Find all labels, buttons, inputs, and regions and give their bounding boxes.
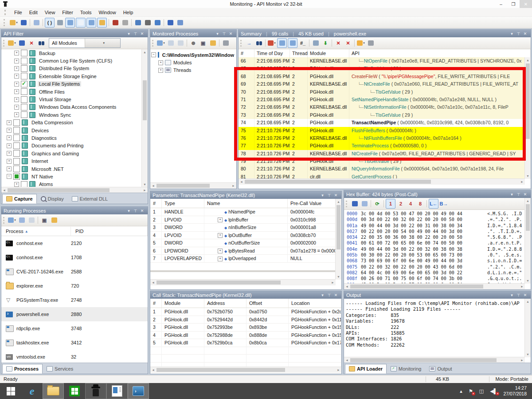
pin-icon[interactable]: ⊥: [515, 192, 522, 197]
checkbox[interactable]: [21, 58, 27, 64]
properties-icon[interactable]: [50, 216, 59, 225]
api-call-row[interactable]: 752:21:10.726 PM2PGHook.dllFlushFileBuff…: [239, 127, 525, 134]
pin-icon[interactable]: ⊥: [221, 32, 227, 36]
pin-icon[interactable]: ⊥: [326, 293, 332, 297]
restore-button[interactable]: ❐: [507, 0, 520, 8]
api-call-row[interactable]: 692:21:08.695 PM2KERNELBASE.dll└─NtCreat…: [239, 80, 525, 88]
process-row[interactable]: powershell.exe2880: [1, 307, 148, 321]
expander-icon[interactable]: +: [14, 97, 19, 102]
filter-tree-item[interactable]: +Devices: [1, 126, 142, 134]
parameter-row[interactable]: 4LPVOID+◆lpOutBuffer0x0308cb70: [150, 232, 336, 240]
window-single-icon[interactable]: [76, 18, 86, 28]
panel-menu-icon[interactable]: ▾: [214, 32, 221, 36]
expander-icon[interactable]: +: [14, 66, 19, 71]
expander-icon[interactable]: +: [14, 182, 19, 187]
close-icon[interactable]: ✕: [227, 32, 234, 36]
stack-frame-row[interactable]: 1PGHook.dll0x752b07500xa0750PGHookFuncti…: [150, 308, 341, 316]
checkbox[interactable]: [13, 158, 20, 165]
hex-row[interactable]: 003422 00 35 00 36 00 38 00 22 00 20 00 …: [344, 234, 525, 240]
chevron-down-icon[interactable]: ▾: [85, 39, 121, 47]
expander-icon[interactable]: +: [218, 217, 223, 222]
checkbox[interactable]: [13, 134, 20, 141]
save-icon[interactable]: [19, 18, 28, 27]
find-filter-icon[interactable]: [37, 39, 46, 47]
taskbar-ie[interactable]: e: [21, 383, 43, 399]
copy-buffer-icon[interactable]: [360, 199, 369, 208]
hex-row[interactable]: 005b00 30 00 22 00 20 00 53 00 65 00 73 …: [344, 252, 525, 258]
filter-tree-item[interactable]: +Graphics and Gaming: [1, 150, 142, 157]
parameter-row[interactable]: 6LPDWORD+◆lpBytesRead0x07a1e278 = 0x0000: [150, 247, 336, 255]
expander-icon[interactable]: +: [7, 128, 12, 133]
stack-frame-row[interactable]: 5PGHook.dll0x7529b0ca0x8b0caPGHookFuncti…: [150, 339, 341, 347]
volume-muted-icon[interactable]: ◀▌: [490, 388, 497, 394]
module-filter-combobox[interactable]: All Modules▾: [49, 38, 121, 48]
checkbox[interactable]: [13, 142, 20, 149]
column-thread[interactable]: Thread: [290, 49, 308, 57]
checkbox[interactable]: [13, 166, 20, 172]
hex-vscrollbar[interactable]: ▲▼: [524, 198, 531, 284]
panel-menu-icon[interactable]: ▾: [319, 193, 326, 198]
hex-hscrollbar[interactable]: ◄►: [344, 283, 525, 289]
column-api[interactable]: API: [349, 49, 531, 57]
expander-icon[interactable]: +: [14, 74, 19, 79]
close-icon[interactable]: ✕: [522, 32, 528, 36]
column-name[interactable]: Name: [204, 199, 288, 208]
api-filter-vscrollbar[interactable]: ▲▼: [141, 49, 148, 187]
filter-tree-item[interactable]: +Delta Compression: [1, 119, 142, 126]
hex-row[interactable]: 007500 22 00 32 00 22 00 20 00 43 00 6d …: [344, 264, 525, 270]
process-row[interactable]: rdpclip.exe3748: [1, 321, 148, 336]
taskbar-store[interactable]: [64, 383, 85, 399]
filter-tree-item[interactable]: +Distributed File System: [1, 65, 142, 72]
process-row[interactable]: conhost.exe2120: [1, 236, 148, 250]
panel-menu-icon[interactable]: ▾: [509, 32, 515, 36]
menu-file[interactable]: File: [11, 9, 26, 16]
api-call-row[interactable]: 792:21:10.726 PM2PGHook.dll└─TlsGetValue…: [239, 158, 525, 165]
expander-icon[interactable]: +: [14, 82, 19, 87]
goto-call-icon[interactable]: →: [245, 39, 254, 47]
call-tree-view-icon[interactable]: [277, 38, 287, 48]
network-icon[interactable]: ◫: [479, 388, 484, 394]
output-vscrollbar[interactable]: ▲▼: [524, 299, 531, 357]
pause-monitoring-icon[interactable]: [121, 18, 129, 27]
static-decode-icon[interactable]: #_: [298, 39, 307, 47]
group-2-icon[interactable]: 2: [396, 199, 405, 208]
api-filter-hscrollbar[interactable]: ◄►: [1, 187, 148, 193]
api-call-row[interactable]: 732:21:08.695 PM2PGHook.dll└─TlsGetValue…: [239, 111, 525, 119]
expander-icon[interactable]: +: [7, 143, 12, 148]
expander-icon[interactable]: +: [14, 89, 19, 94]
checkbox[interactable]: [21, 73, 27, 79]
group-1-icon[interactable]: 1: [386, 199, 395, 209]
group-8-icon[interactable]: 8: [416, 199, 425, 208]
column-num[interactable]: #: [239, 49, 254, 57]
column-time-of-day[interactable]: Time of Day: [254, 49, 290, 57]
minimize-button[interactable]: –: [495, 0, 507, 8]
hex-row[interactable]: 004100 61 00 72 00 65 00 6e 00 74 00 50 …: [344, 240, 525, 246]
api-call-row[interactable]: 702:21:08.695 PM2PGHook.dll└─TlsGetValue…: [239, 88, 525, 96]
menu-tools[interactable]: Tools: [77, 9, 95, 16]
process-row[interactable]: PGSystemTray.exe2748: [1, 293, 148, 307]
filter-tree-item[interactable]: +Documents and Printing: [1, 142, 142, 150]
window-blue-icon[interactable]: [133, 18, 142, 27]
close-window-icon[interactable]: [27, 216, 36, 225]
process-row[interactable]: vmtoolsd.exe32: [1, 350, 148, 364]
hex-row[interactable]: 004e49 00 44 00 3d 00 22 00 32 00 38 00 …: [344, 246, 525, 252]
monitored-root[interactable]: − C:\Windows\System32\Window: [151, 51, 235, 59]
checkbox[interactable]: [21, 65, 27, 72]
api-call-row[interactable]: 722:21:08.695 PM2KERNELBASE.dll└─NtSetIn…: [239, 103, 525, 111]
window-edit-icon[interactable]: [86, 18, 96, 28]
highlight-legend-icon[interactable]: ▾: [267, 39, 276, 47]
tab-external-dll[interactable]: External DLL: [68, 194, 112, 204]
checkbox[interactable]: [21, 104, 27, 111]
filter-tree-item[interactable]: +Internet: [1, 157, 142, 165]
expander-icon[interactable]: +: [158, 68, 163, 73]
column-location[interactable]: Location: [289, 299, 341, 308]
tab-output[interactable]: Output: [425, 364, 456, 374]
parameter-row[interactable]: 1HANDLE◆hNamedPipe0x000004fc: [150, 208, 336, 216]
checkbox[interactable]: [13, 150, 20, 157]
process-row[interactable]: CVE-2017-16246.exe2588: [1, 265, 148, 279]
stack-frame-row[interactable]: 2PGHook.dll0x7529442d0x8442dPGHookFuncti…: [150, 316, 341, 324]
parameters-vscrollbar[interactable]: ▲▼: [335, 199, 341, 280]
filter-tree-item[interactable]: +Local File Systems: [1, 80, 142, 88]
tray-expand-icon[interactable]: ▴: [460, 388, 462, 394]
column-process[interactable]: Process ▲: [1, 227, 71, 236]
